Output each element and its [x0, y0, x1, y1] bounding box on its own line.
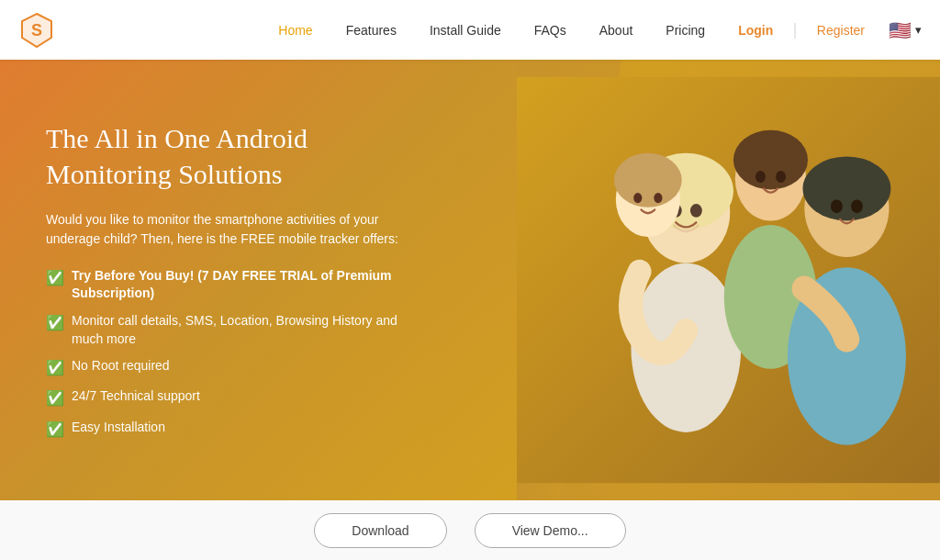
hero-section: The All in One Android Monitoring Soluti… [0, 60, 940, 500]
sidebar-item-faqs[interactable]: FAQs [518, 22, 583, 39]
svg-point-14 [733, 130, 808, 190]
flag-icon: 🇺🇸 [889, 19, 912, 41]
nav-link-pricing[interactable]: Pricing [649, 23, 722, 38]
hero-list: ✅ Try Before You Buy! (7 DAY FREE TRIAL … [46, 267, 480, 441]
nav-link-faqs[interactable]: FAQs [518, 23, 583, 38]
nav-link-login[interactable]: Login [722, 23, 789, 38]
check-icon-trial: ✅ [46, 268, 64, 288]
nav-link-home[interactable]: Home [262, 23, 329, 38]
hero-title: The All in One Android Monitoring Soluti… [46, 120, 431, 192]
list-item-trial: ✅ Try Before You Buy! (7 DAY FREE TRIAL … [46, 267, 413, 303]
list-item-install: ✅ Easy Installation [46, 419, 413, 440]
svg-text:S: S [31, 21, 42, 39]
sidebar-item-install-guide[interactable]: Install Guide [413, 22, 518, 39]
sidebar-item-about[interactable]: About [583, 22, 650, 39]
check-icon-install: ✅ [46, 420, 64, 440]
svg-point-8 [690, 204, 702, 218]
nav-link-register[interactable]: Register [800, 23, 881, 38]
svg-point-11 [633, 193, 642, 203]
navbar: S Home Features Install Guide FAQs About… [0, 0, 940, 60]
sidebar-item-register[interactable]: Register [800, 22, 881, 39]
list-item-support: ✅ 24/7 Technical support [46, 387, 413, 409]
list-item-install-text: Easy Installation [72, 419, 165, 437]
svg-point-20 [831, 199, 843, 213]
hero-right [517, 60, 940, 500]
list-item-monitor-text: Monitor call details, SMS, Location, Bro… [72, 312, 413, 348]
sidebar-item-login[interactable]: Login [722, 22, 789, 39]
nav-divider: | [789, 21, 800, 39]
language-selector[interactable]: 🇺🇸 ▾ [881, 19, 922, 41]
hero-subtitle: Would you like to monitor the smartphone… [46, 210, 413, 249]
list-item-noroot-text: No Root required [72, 357, 170, 375]
list-item-trial-text: Try Before You Buy! (7 DAY FREE TRIAL of… [72, 267, 413, 303]
svg-point-21 [851, 199, 863, 213]
hero-content: The All in One Android Monitoring Soluti… [46, 120, 480, 450]
sidebar-item-pricing[interactable]: Pricing [649, 22, 722, 39]
nav-link-about[interactable]: About [583, 23, 650, 38]
view-demo-button[interactable]: View Demo... [475, 513, 626, 548]
chevron-down-icon: ▾ [915, 23, 922, 37]
nav-link-install-guide[interactable]: Install Guide [413, 23, 518, 38]
check-icon-noroot: ✅ [46, 358, 64, 378]
check-icon-support: ✅ [46, 388, 64, 409]
logo-icon: S [18, 12, 55, 49]
family-illustration [517, 60, 940, 500]
list-item-monitor: ✅ Monitor call details, SMS, Location, B… [46, 312, 413, 348]
svg-point-16 [776, 171, 786, 183]
svg-point-12 [654, 193, 662, 203]
list-item-noroot: ✅ No Root required [46, 357, 413, 378]
list-item-support-text: 24/7 Technical support [72, 387, 200, 406]
logo[interactable]: S [18, 12, 55, 49]
svg-point-10 [614, 153, 682, 207]
svg-point-19 [803, 156, 891, 220]
svg-point-15 [755, 171, 766, 183]
sidebar-item-features[interactable]: Features [330, 22, 413, 39]
download-button[interactable]: Download [314, 513, 446, 548]
nav-link-features[interactable]: Features [330, 23, 413, 38]
language-button[interactable]: 🇺🇸 ▾ [889, 19, 922, 41]
bottom-section: Download View Demo... [0, 500, 940, 560]
check-icon-monitor: ✅ [46, 313, 64, 333]
nav-links: Home Features Install Guide FAQs About P… [262, 19, 922, 41]
sidebar-item-home[interactable]: Home [262, 22, 329, 39]
hero-left: The All in One Android Monitoring Soluti… [0, 60, 517, 500]
